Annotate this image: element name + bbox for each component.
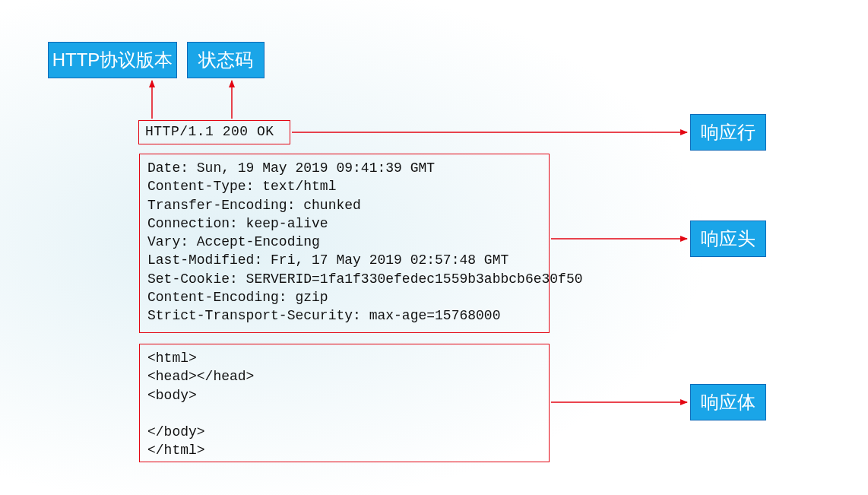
response-body-label: 响应体	[690, 384, 766, 420]
http-version-label: HTTP协议版本	[48, 42, 177, 78]
response-header-label: 响应头	[690, 221, 766, 257]
response-headers-box: Date: Sun, 19 May 2019 09:41:39 GMT Cont…	[139, 154, 550, 333]
status-line-box: HTTP/1.1 200 OK	[138, 120, 290, 144]
response-line-label: 响应行	[690, 114, 766, 151]
status-code-label: 状态码	[187, 42, 265, 78]
response-body-box: <html> <head></head> <body> </body> </ht…	[139, 344, 550, 462]
